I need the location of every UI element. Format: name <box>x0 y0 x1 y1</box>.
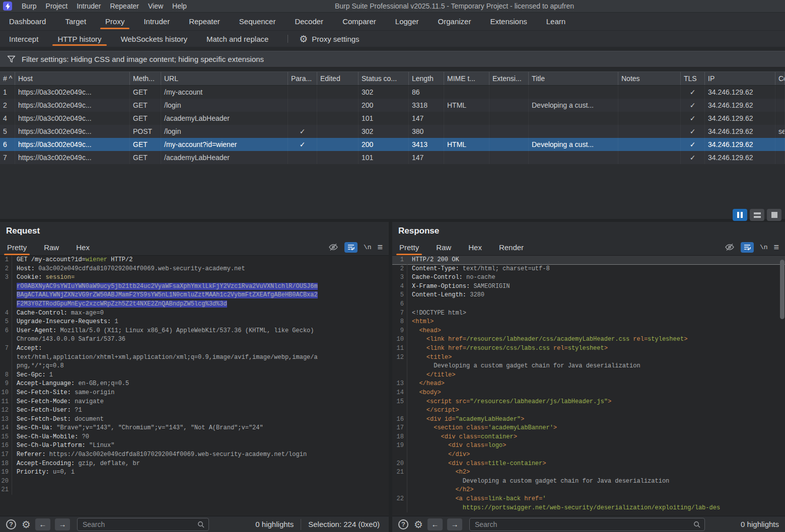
menu-item-help[interactable]: Help <box>168 2 191 10</box>
table-cell: 7 <box>0 151 15 164</box>
help-icon[interactable]: ? <box>6 519 16 529</box>
previous-match-button[interactable]: ← <box>35 518 50 530</box>
menu-item-project[interactable]: Project <box>41 2 73 10</box>
line-content: Accept: <box>12 344 389 353</box>
column-header-item[interactable]: # ^ <box>0 72 15 85</box>
response-scrollbar[interactable] <box>780 260 784 319</box>
table-row[interactable]: 6https://0a3c002e049c...GET/my-account?i… <box>0 138 785 151</box>
tab-comparer[interactable]: Comparer <box>334 13 384 30</box>
vertical-splitter[interactable] <box>389 222 392 532</box>
response-status-bar: ? ⚙ ← → 0 highlights <box>392 516 785 532</box>
search-settings-gear-icon[interactable]: ⚙ <box>414 519 423 529</box>
column-header-tls[interactable]: TLS <box>681 72 705 85</box>
tab-proxy[interactable]: Proxy <box>97 13 132 30</box>
sub-tab-http-history[interactable]: HTTP history <box>49 31 109 47</box>
table-cell: ✓ <box>681 138 705 151</box>
request-editor[interactable]: 1GET /my-account?id=wiener HTTP/22Host: … <box>0 255 389 516</box>
response-line: 1HTTP/2 200 OK <box>392 256 785 265</box>
column-header-ip[interactable]: IP <box>705 72 775 85</box>
tab-dashboard[interactable]: Dashboard <box>1 13 54 30</box>
column-header-notes[interactable]: Notes <box>618 72 681 85</box>
search-settings-gear-icon[interactable]: ⚙ <box>22 519 31 529</box>
word-wrap-toggle-icon[interactable] <box>741 242 754 253</box>
table-row[interactable]: 4https://0a3c002e049c...GET/academyLabHe… <box>0 112 785 125</box>
column-header-para[interactable]: Para... <box>288 72 317 85</box>
line-content: <section class='academyLabBanner'> <box>407 424 785 433</box>
table-cell <box>529 112 618 125</box>
column-header-extensi[interactable]: Extensi... <box>489 72 529 85</box>
line-number <box>392 477 407 486</box>
help-icon[interactable]: ? <box>398 519 408 529</box>
column-header-title[interactable]: Title <box>529 72 618 85</box>
request-tab-raw[interactable]: Raw <box>43 240 60 255</box>
line-number: 7 <box>392 309 407 318</box>
sub-tab-intercept[interactable]: Intercept <box>1 31 46 47</box>
table-row[interactable]: 2https://0a3c002e049c...GET/login2003318… <box>0 99 785 112</box>
table-row[interactable]: 7https://0a3c002e049c...GET/academyLabHe… <box>0 151 785 164</box>
column-header-meth[interactable]: Meth... <box>130 72 161 85</box>
show-newlines-icon[interactable]: \n <box>760 244 768 251</box>
previous-match-button[interactable]: ← <box>427 518 443 530</box>
hide-nonprintable-icon[interactable] <box>725 243 735 251</box>
line-number: 6 <box>0 327 12 336</box>
column-header-status-co[interactable]: Status co... <box>359 72 409 85</box>
tab-target[interactable]: Target <box>57 13 94 30</box>
menu-item-intruder[interactable]: Intruder <box>72 2 105 10</box>
tab-extensions[interactable]: Extensions <box>482 13 535 30</box>
table-cell: ✓ <box>681 86 705 99</box>
tab-repeater[interactable]: Repeater <box>181 13 228 30</box>
response-editor[interactable]: 1HTTP/2 200 OK2Content-Type: text/html; … <box>392 255 785 516</box>
menu-item-burp[interactable]: Burp <box>17 2 41 10</box>
next-match-button[interactable]: → <box>447 518 462 530</box>
sub-tab-websockets-history[interactable]: WebSockets history <box>113 31 195 47</box>
table-cell: 302 <box>359 86 409 99</box>
request-line: 1GET /my-account?id=wiener HTTP/2 <box>0 256 389 265</box>
table-row[interactable]: 1https://0a3c002e049c...GET/my-account30… <box>0 86 785 99</box>
table-cell: /academyLabHeader <box>161 112 288 125</box>
layout-columns-button[interactable] <box>733 209 747 221</box>
response-line: 9 <head> <box>392 327 785 336</box>
show-newlines-icon[interactable]: \n <box>364 244 372 251</box>
next-match-button[interactable]: → <box>55 518 70 530</box>
column-header-mime-t[interactable]: MIME t... <box>444 72 489 85</box>
line-content: <title> <box>407 353 785 362</box>
request-search-box <box>77 518 209 531</box>
line-number <box>392 371 407 380</box>
tab-organizer[interactable]: Organizer <box>430 13 479 30</box>
hide-nonprintable-icon[interactable] <box>328 243 338 251</box>
column-header-url[interactable]: URL <box>161 72 288 85</box>
editor-menu-icon[interactable]: ≡ <box>773 243 779 252</box>
response-tab-raw[interactable]: Raw <box>435 240 452 255</box>
response-tab-render[interactable]: Render <box>498 240 525 255</box>
layout-stacked-button[interactable] <box>750 209 764 221</box>
tab-sequencer[interactable]: Sequencer <box>231 13 284 30</box>
request-search-input[interactable] <box>82 520 197 529</box>
tab-decoder[interactable]: Decoder <box>287 13 331 30</box>
response-tab-pretty[interactable]: Pretty <box>398 240 420 255</box>
line-content: Sec-Ch-Ua-Platform: "Linux" <box>12 441 389 450</box>
column-header-length[interactable]: Length <box>409 72 444 85</box>
proxy-settings-button[interactable]: ⚙ Proxy settings <box>296 31 362 47</box>
request-tab-hex[interactable]: Hex <box>75 240 91 255</box>
layout-single-button[interactable] <box>767 209 781 221</box>
editor-menu-icon[interactable]: ≡ <box>377 243 383 252</box>
table-row[interactable]: 5https://0a3c002e049c...POST/login✓30238… <box>0 125 785 138</box>
menu-item-repeater[interactable]: Repeater <box>105 2 144 10</box>
response-tab-hex[interactable]: Hex <box>467 240 483 255</box>
tab-learn[interactable]: Learn <box>538 13 574 30</box>
menu-item-view[interactable]: View <box>144 2 168 10</box>
line-number <box>0 300 12 309</box>
line-number: 11 <box>0 398 12 407</box>
line-content: Cookie: session= <box>12 273 389 282</box>
table-cell: 5 <box>0 125 15 138</box>
response-search-input[interactable] <box>474 520 693 529</box>
sub-tab-match-and-replace[interactable]: Match and replace <box>198 31 276 47</box>
column-header-host[interactable]: Host <box>15 72 130 85</box>
tab-logger[interactable]: Logger <box>387 13 427 30</box>
word-wrap-toggle-icon[interactable] <box>344 242 358 253</box>
tab-intruder[interactable]: Intruder <box>135 13 178 30</box>
column-header-co[interactable]: Co <box>775 72 785 85</box>
filter-settings-bar[interactable]: Filter settings: Hiding CSS and image co… <box>0 51 785 67</box>
request-tab-pretty[interactable]: Pretty <box>6 240 28 255</box>
column-header-edited[interactable]: Edited <box>317 72 359 85</box>
